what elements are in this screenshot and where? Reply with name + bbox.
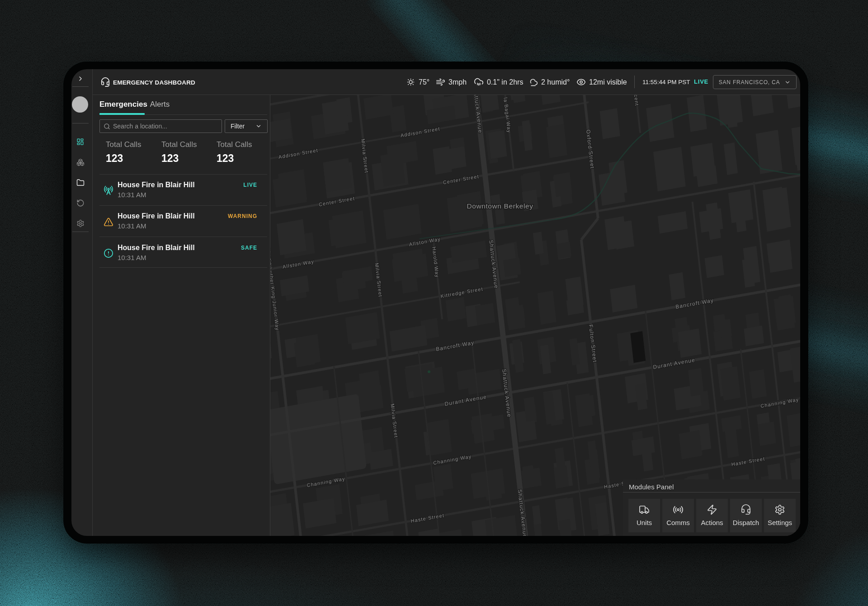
svg-text:Downtown Berkeley: Downtown Berkeley xyxy=(467,202,533,210)
